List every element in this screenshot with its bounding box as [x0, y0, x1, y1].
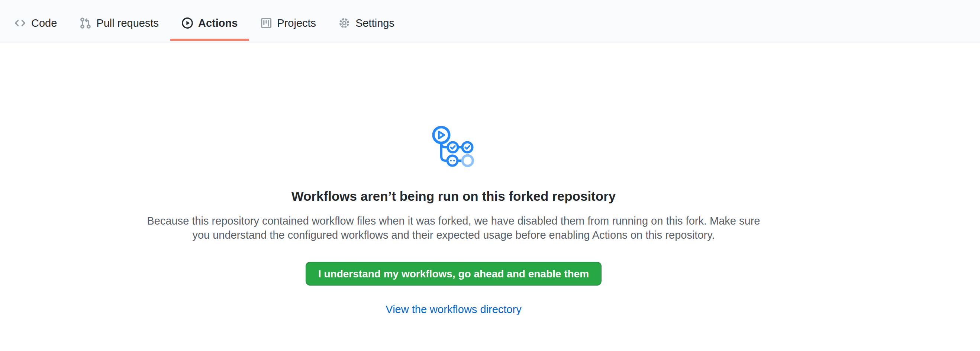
actions-disabled-blankslate: Workflows aren’t being run on this forke… — [0, 42, 907, 315]
pull-request-icon — [79, 17, 91, 29]
github-actions-disabled-page: Code Pull requests — [0, 0, 980, 351]
tab-actions[interactable]: Actions — [170, 5, 249, 42]
code-icon — [14, 17, 26, 29]
tab-code[interactable]: Code — [3, 5, 68, 42]
project-icon — [260, 17, 272, 29]
tab-actions-label: Actions — [198, 17, 237, 29]
tab-code-label: Code — [31, 17, 57, 29]
tab-projects-label: Projects — [277, 17, 316, 29]
play-circle-icon — [181, 17, 193, 29]
tab-settings-label: Settings — [355, 17, 395, 29]
enable-workflows-button[interactable]: I understand my workflows, go ahead and … — [305, 262, 601, 286]
blankslate-description: Because this repository contained workfl… — [141, 214, 766, 242]
tab-pull-requests-label: Pull requests — [96, 17, 159, 29]
repo-tab-bar: Code Pull requests — [0, 0, 980, 42]
tab-pull-requests[interactable]: Pull requests — [68, 5, 170, 42]
view-workflows-directory-link[interactable]: View the workflows directory — [385, 303, 521, 315]
tab-settings[interactable]: Settings — [327, 5, 406, 42]
workflow-graph-icon — [429, 125, 478, 171]
tab-projects[interactable]: Projects — [249, 5, 327, 42]
gear-icon — [338, 17, 350, 29]
page-title: Workflows aren’t being run on this forke… — [291, 187, 616, 206]
